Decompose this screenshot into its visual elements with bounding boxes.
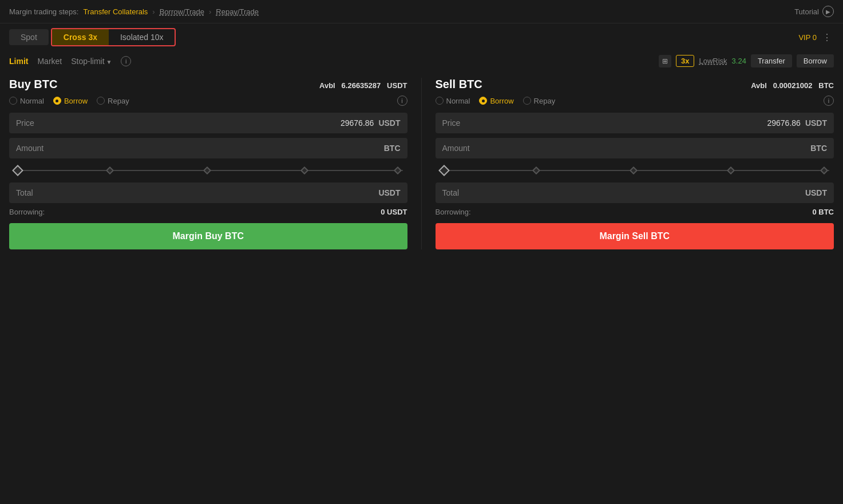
sell-tick-4 (820, 166, 828, 174)
buy-radio-normal[interactable]: Normal (9, 97, 44, 105)
cross-tab[interactable]: Cross 3x (52, 29, 109, 45)
buy-price-value: 29676.86 (341, 118, 374, 128)
buy-tick-4 (394, 166, 402, 174)
order-type-row: Limit Market Stop-limit i ⊞ 3x LowRisk 3… (0, 51, 843, 71)
sell-panel: Sell BTC Avbl 0.00021002 BTC Normal Borr… (422, 78, 834, 249)
sell-tick-2 (630, 166, 638, 174)
sell-repay-circle (523, 97, 531, 105)
borrow-top-button[interactable]: Borrow (797, 54, 834, 68)
stop-limit-button[interactable]: Stop-limit (71, 55, 112, 67)
buy-amount-field[interactable]: Amount BTC (9, 138, 407, 158)
buy-price-label: Price (16, 118, 34, 128)
sell-avbl-value: 0.00021002 (773, 81, 813, 90)
buy-borrowing-label: Borrowing: (9, 208, 45, 216)
sell-borrowing-row: Borrowing: 0 BTC (436, 208, 834, 216)
sep1: › (152, 7, 155, 16)
spot-tab[interactable]: Spot (9, 29, 49, 45)
step1[interactable]: Transfer Collaterals (83, 7, 148, 16)
buy-avbl-unit: USDT (387, 81, 407, 90)
tab-row-right: VIP 0 ⋮ (794, 32, 834, 43)
sell-avbl-unit: BTC (818, 81, 834, 90)
transfer-button[interactable]: Transfer (751, 54, 792, 68)
buy-amount-right: BTC (384, 144, 401, 153)
sell-radio-row: Normal Borrow Repay i (436, 96, 834, 106)
sell-info-icon[interactable]: i (824, 96, 834, 106)
buy-amount-label: Amount (16, 144, 43, 153)
buy-price-unit: USDT (378, 118, 400, 128)
buy-normal-label: Normal (20, 97, 44, 105)
buy-borrowing-value: 0 USDT (381, 208, 407, 216)
calculator-icon[interactable]: ⊞ (659, 55, 671, 68)
sell-slider-track (440, 170, 830, 171)
buy-borrowing-row: Borrowing: 0 USDT (9, 208, 407, 216)
buy-total-right: USDT (378, 188, 400, 197)
buy-panel: Buy BTC Avbl 6.26635287 USDT Normal Borr… (9, 78, 422, 249)
step2[interactable]: Borrow/Trade (160, 7, 204, 16)
order-type-left: Limit Market Stop-limit i (9, 55, 131, 67)
sell-borrowing-label: Borrowing: (436, 208, 471, 216)
leverage-badge[interactable]: 3x (676, 55, 694, 67)
sell-normal-circle (436, 97, 444, 105)
margin-sell-button[interactable]: Margin Sell BTC (436, 223, 834, 249)
buy-normal-circle (9, 97, 17, 105)
margin-buy-button[interactable]: Margin Buy BTC (9, 223, 407, 249)
buy-radio-borrow[interactable]: Borrow (53, 97, 88, 105)
buy-slider-thumb[interactable] (12, 165, 23, 176)
sep2: › (209, 7, 211, 16)
sell-title: Sell BTC (436, 78, 482, 91)
order-type-right: ⊞ 3x LowRisk 3.24 Transfer Borrow (659, 54, 834, 68)
sell-radio-borrow[interactable]: Borrow (479, 97, 513, 105)
play-icon: ▶ (822, 6, 834, 17)
buy-total-label: Total (16, 188, 33, 197)
sell-slider[interactable] (436, 163, 834, 178)
dots-menu[interactable]: ⋮ (820, 32, 834, 43)
market-button[interactable]: Market (37, 55, 62, 67)
sell-panel-header: Sell BTC Avbl 0.00021002 BTC (436, 78, 834, 91)
buy-total-unit: USDT (378, 188, 400, 197)
tab-row: Spot Cross 3x Isolated 10x VIP 0 ⋮ (0, 23, 843, 51)
trading-panels: Buy BTC Avbl 6.26635287 USDT Normal Borr… (0, 71, 843, 256)
buy-avbl-label: Avbl (319, 81, 335, 90)
breadcrumb: Margin trading steps: Transfer Collatera… (9, 7, 259, 16)
buy-repay-circle (97, 97, 105, 105)
sell-total-field[interactable]: Total USDT (436, 182, 834, 203)
info-icon[interactable]: i (121, 56, 131, 66)
sell-total-label: Total (442, 188, 460, 197)
sell-borrow-label: Borrow (490, 97, 513, 105)
isolated-tab[interactable]: Isolated 10x (109, 29, 175, 45)
buy-total-field[interactable]: Total USDT (9, 182, 407, 203)
sell-total-unit: USDT (805, 188, 827, 197)
vip-badge: VIP 0 (798, 33, 817, 42)
buy-price-right: 29676.86 USDT (341, 118, 401, 128)
limit-button[interactable]: Limit (9, 55, 28, 67)
buy-repay-label: Repay (108, 97, 129, 105)
tutorial-button[interactable]: Tutorial ▶ (794, 6, 834, 17)
step3[interactable]: Repay/Trade (216, 7, 259, 16)
top-bar: Margin trading steps: Transfer Collatera… (0, 0, 843, 23)
buy-slider[interactable] (9, 163, 407, 178)
sell-amount-unit: BTC (810, 144, 827, 153)
sell-price-label: Price (442, 118, 461, 128)
sell-price-field[interactable]: Price 29676.86 USDT (436, 113, 834, 133)
buy-radio-repay[interactable]: Repay (97, 97, 129, 105)
buy-slider-track (14, 170, 403, 171)
buy-avbl: Avbl 6.26635287 USDT (319, 81, 407, 90)
sell-amount-field[interactable]: Amount BTC (436, 138, 834, 158)
sell-slider-thumb[interactable] (438, 165, 450, 176)
tutorial-label: Tutorial (794, 7, 819, 16)
buy-avbl-value: 6.26635287 (342, 81, 381, 90)
sell-radio-normal[interactable]: Normal (436, 97, 470, 105)
sell-tick-3 (727, 166, 735, 174)
buy-radio-row: Normal Borrow Repay i (9, 96, 407, 106)
sell-radio-repay[interactable]: Repay (523, 97, 556, 105)
sell-price-right: 29676.86 USDT (767, 118, 827, 128)
sell-amount-right: BTC (810, 144, 827, 153)
buy-info-icon[interactable]: i (397, 96, 407, 106)
buy-borrow-circle (53, 97, 61, 105)
tab-row-left: Spot Cross 3x Isolated 10x (9, 28, 176, 46)
sell-total-right: USDT (805, 188, 827, 197)
buy-price-field[interactable]: Price 29676.86 USDT (9, 113, 407, 133)
lowrisk-label: LowRisk (699, 57, 727, 65)
cross-isolated-selector: Cross 3x Isolated 10x (51, 28, 176, 46)
buy-tick-1 (106, 166, 114, 174)
